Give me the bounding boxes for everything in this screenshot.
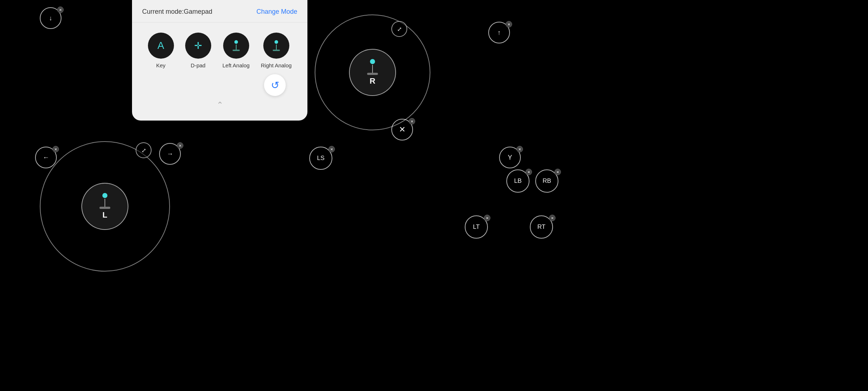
left-analog-thumb[interactable]: L <box>81 183 128 230</box>
close-right-arrow[interactable]: ✕ <box>177 142 183 149</box>
left-analog-label: Left Analog <box>222 62 250 68</box>
refresh-button[interactable]: ↺ <box>264 74 286 96</box>
close-up-arrow[interactable]: ✕ <box>506 21 512 28</box>
right-analog-thumb[interactable]: R <box>349 49 396 96</box>
key-icon-label: A <box>157 40 164 51</box>
close-lb[interactable]: ✕ <box>526 169 532 175</box>
control-left-analog[interactable]: Left Analog <box>222 33 250 68</box>
right-analog-control[interactable]: R <box>315 14 430 130</box>
close-rt[interactable]: ✕ <box>549 215 556 221</box>
right-analog-icon-circle <box>263 33 289 59</box>
left-analog-thumb-label: L <box>102 210 107 220</box>
right-analog-stick-line <box>372 65 373 73</box>
control-key[interactable]: A Key <box>148 33 174 68</box>
control-dpad[interactable]: ✛ D-pad <box>185 33 211 68</box>
chevron-row: ⌃ <box>132 96 307 110</box>
corner-right-analog-resize[interactable]: ⤢ <box>391 21 407 37</box>
right-analog-label: Right Analog <box>261 62 292 68</box>
close-rb[interactable]: ✕ <box>554 169 561 175</box>
close-left-arrow[interactable]: ✕ <box>52 146 59 152</box>
left-analog-mini-icon <box>233 40 240 51</box>
key-label: Key <box>156 62 166 68</box>
chevron-icon: ⌃ <box>217 100 223 110</box>
dpad-icon-circle: ✛ <box>185 33 211 59</box>
close-ls[interactable]: ✕ <box>328 146 335 152</box>
dpad-icon: ✛ <box>194 40 202 51</box>
right-analog-stick-base <box>367 73 378 75</box>
left-analog-icon-circle <box>223 33 249 59</box>
corner-left-analog-resize[interactable]: ⤢ <box>136 142 152 158</box>
mode-text: Current mode:Gamepad <box>142 8 212 16</box>
right-analog-dot <box>370 59 375 64</box>
left-analog-control[interactable]: L <box>40 141 170 272</box>
close-y[interactable]: ✕ <box>516 146 523 152</box>
close-lt[interactable]: ✕ <box>484 215 490 221</box>
left-analog-dot <box>102 193 107 198</box>
close-down-arrow[interactable]: ✕ <box>57 7 64 13</box>
control-right-analog[interactable]: Right Analog <box>261 33 292 68</box>
refresh-row: ↺ <box>132 68 307 96</box>
modal-panel: Current mode:Gamepad Change Mode A Key ✛… <box>132 0 307 121</box>
change-mode-button[interactable]: Change Mode <box>256 8 297 16</box>
left-analog-stick-base <box>99 207 110 209</box>
right-analog-thumb-label: R <box>370 76 375 86</box>
dpad-label: D-pad <box>191 62 205 68</box>
key-icon-circle: A <box>148 33 174 59</box>
close-x-button[interactable]: ✕ <box>409 118 415 125</box>
left-analog-stick-line <box>105 199 105 207</box>
right-analog-mini-icon <box>273 40 280 51</box>
modal-controls: A Key ✛ D-pad Left Analog <box>132 22 307 68</box>
modal-header: Current mode:Gamepad Change Mode <box>132 0 307 22</box>
